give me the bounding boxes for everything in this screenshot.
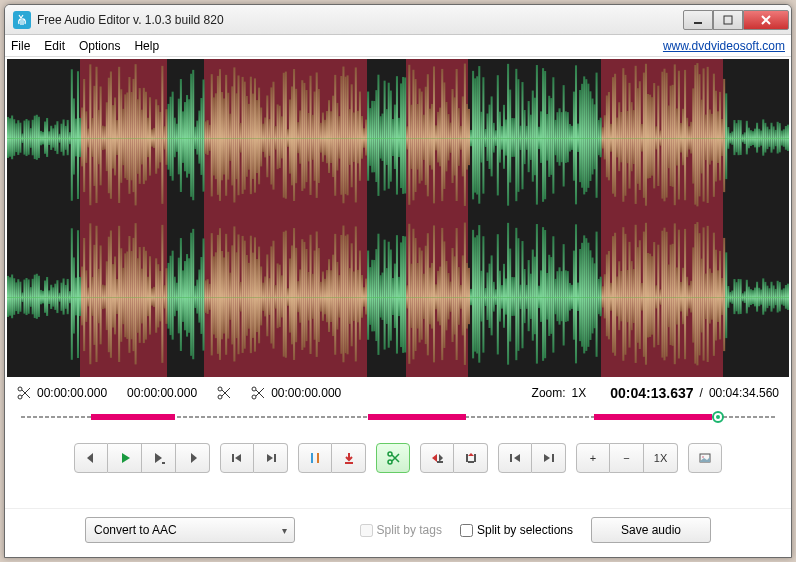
add-marker-button[interactable]: [332, 443, 366, 473]
zoom-out-button[interactable]: −: [610, 443, 644, 473]
zoom-level-button[interactable]: 1X: [644, 443, 678, 473]
svg-rect-374: [388, 139, 390, 189]
svg-rect-902: [149, 256, 151, 297]
svg-rect-488: [505, 139, 507, 156]
svg-rect-1167: [421, 298, 423, 340]
svg-rect-668: [690, 139, 692, 154]
svg-rect-1038: [289, 258, 291, 297]
menu-help[interactable]: Help: [134, 39, 159, 53]
svg-rect-687: [711, 114, 713, 139]
svg-rect-632: [653, 139, 655, 189]
split-by-selections-check[interactable]: Split by selections: [460, 523, 573, 537]
svg-rect-1531: [232, 454, 234, 462]
close-button[interactable]: [743, 10, 789, 30]
svg-rect-57: [63, 119, 65, 138]
svg-rect-134: [141, 139, 143, 165]
svg-rect-421: [437, 112, 439, 139]
website-link[interactable]: www.dvdvideosoft.com: [663, 39, 785, 53]
svg-rect-1028: [279, 265, 281, 298]
svg-rect-1010: [260, 266, 262, 297]
svg-rect-445: [462, 96, 464, 138]
waveform-display[interactable]: [7, 59, 789, 377]
zoom-in-button[interactable]: +: [576, 443, 610, 473]
svg-rect-156: [163, 139, 165, 150]
svg-rect-1239: [495, 298, 497, 305]
svg-rect-1431: [692, 298, 694, 343]
menu-file[interactable]: File: [11, 39, 30, 53]
svg-rect-613: [635, 66, 637, 139]
play-selection-button[interactable]: [142, 443, 176, 473]
svg-rect-86: [91, 139, 93, 157]
svg-rect-698: [721, 139, 723, 157]
save-audio-button[interactable]: Save audio: [591, 517, 711, 543]
svg-rect-1292: [550, 257, 552, 297]
menu-options[interactable]: Options: [79, 39, 120, 53]
skip-back-button[interactable]: [220, 443, 254, 473]
svg-rect-1369: [628, 298, 630, 348]
svg-rect-618: [639, 139, 641, 191]
step-back-button[interactable]: [74, 443, 108, 473]
svg-rect-584: [604, 139, 606, 160]
svg-rect-293: [305, 90, 307, 138]
skip-forward-button[interactable]: [254, 443, 288, 473]
svg-rect-43: [48, 131, 50, 138]
svg-rect-1034: [285, 231, 287, 298]
trim-right-button[interactable]: [454, 443, 488, 473]
timeline-segment[interactable]: [594, 414, 712, 420]
svg-rect-930: [178, 258, 180, 298]
svg-rect-1540: [510, 454, 512, 462]
timeline-track[interactable]: [21, 411, 775, 423]
svg-rect-871: [116, 298, 118, 315]
svg-rect-1486: [750, 289, 752, 297]
step-forward-button[interactable]: [176, 443, 210, 473]
svg-rect-1273: [530, 298, 532, 319]
svg-rect-553: [573, 92, 575, 139]
svg-rect-959: [207, 298, 209, 315]
cut-selection-button[interactable]: [376, 443, 410, 473]
svg-rect-369: [384, 81, 386, 139]
timeline-segment[interactable]: [368, 414, 466, 420]
svg-rect-236: [246, 139, 248, 177]
minimize-button[interactable]: [683, 10, 713, 30]
svg-rect-192: [200, 139, 202, 175]
svg-rect-1103: [355, 298, 357, 362]
playhead[interactable]: [712, 411, 724, 423]
svg-rect-1263: [519, 298, 521, 310]
svg-rect-697: [721, 119, 723, 139]
svg-rect-104: [110, 139, 112, 199]
svg-rect-23: [28, 120, 30, 138]
svg-rect-1357: [616, 298, 618, 317]
svg-rect-885: [130, 298, 132, 340]
svg-rect-1001: [250, 298, 252, 354]
svg-rect-63: [69, 132, 71, 138]
svg-rect-344: [357, 139, 359, 164]
svg-rect-12: [15, 139, 17, 153]
selection-end-button[interactable]: [532, 443, 566, 473]
svg-rect-436: [452, 139, 454, 184]
svg-rect-162: [170, 139, 172, 177]
svg-rect-1148: [402, 236, 404, 298]
svg-rect-661: [684, 70, 686, 139]
svg-rect-1045: [295, 298, 297, 343]
selection-start-button[interactable]: [498, 443, 532, 473]
maximize-button[interactable]: [713, 10, 743, 30]
svg-rect-1322: [581, 243, 583, 298]
play-button[interactable]: [108, 443, 142, 473]
svg-rect-1484: [748, 287, 750, 298]
convert-format-dropdown[interactable]: Convert to AAC: [85, 517, 295, 543]
timeline-segment[interactable]: [91, 414, 175, 420]
picture-button[interactable]: [688, 443, 722, 473]
svg-rect-592: [612, 139, 614, 194]
svg-rect-775: [17, 298, 19, 314]
svg-rect-1097: [349, 298, 351, 324]
trim-left-button[interactable]: [420, 443, 454, 473]
menu-edit[interactable]: Edit: [44, 39, 65, 53]
svg-rect-1300: [559, 267, 561, 297]
svg-rect-1411: [672, 298, 674, 346]
svg-rect-88: [93, 139, 95, 186]
markers-button[interactable]: [298, 443, 332, 473]
svg-rect-1166: [421, 251, 423, 298]
svg-rect-1241: [497, 298, 499, 355]
svg-rect-1457: [719, 298, 721, 340]
svg-rect-1442: [705, 274, 707, 298]
